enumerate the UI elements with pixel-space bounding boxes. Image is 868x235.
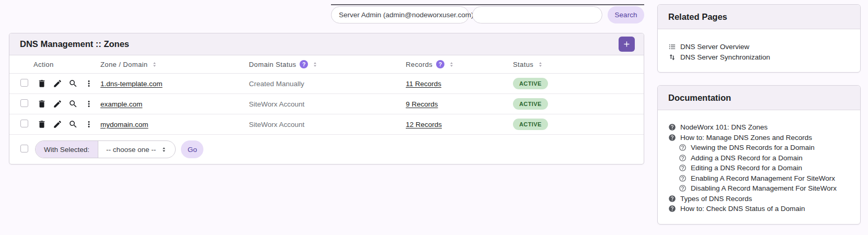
delete-button[interactable] [37, 99, 47, 109]
trash-icon [37, 79, 47, 88]
row-checkbox[interactable] [20, 120, 28, 127]
edit-button[interactable] [53, 99, 62, 109]
top-cropped-navbar-edge [331, 4, 644, 5]
pencil-icon [53, 79, 62, 88]
doc-link[interactable]: Editing a DNS Record for a Domain [679, 163, 850, 173]
more-actions-button[interactable] [84, 120, 94, 129]
column-header-domain-status: Domain Status ? [249, 60, 406, 68]
edit-button[interactable] [53, 79, 62, 88]
help-icon[interactable]: ? [436, 60, 444, 68]
related-link-dns-server-overview[interactable]: DNS Server Overview [668, 42, 850, 52]
kebab-menu-icon [84, 99, 94, 109]
list-icon [668, 43, 676, 51]
go-button[interactable]: Go [181, 140, 203, 158]
doc-link[interactable]: NodeWorx 101: DNS Zones [668, 122, 850, 133]
view-records-button[interactable] [68, 79, 78, 88]
sort-icon[interactable] [537, 61, 544, 68]
search-icon [68, 120, 78, 129]
doc-link[interactable]: Types of DNS Records [668, 194, 850, 204]
plus-icon [622, 40, 631, 49]
help-outline-icon [679, 174, 687, 182]
view-records-button[interactable] [68, 120, 78, 129]
table-header-row: Action Zone / Domain Domain Status ? Rec… [9, 55, 644, 74]
row-checkbox[interactable] [20, 79, 28, 87]
sort-icon[interactable] [312, 61, 318, 68]
account-select-value: Server Admin (admin@nodeworxuser.com) [339, 11, 474, 19]
help-filled-icon [668, 123, 676, 131]
doc-link[interactable]: Enabling A Record Management For SiteWor… [679, 173, 850, 184]
records-link[interactable]: 11 Records [406, 80, 441, 88]
bulk-action-select-value: -- choose one -- [106, 146, 156, 154]
more-actions-button[interactable] [84, 99, 94, 109]
page-title: DNS Management :: Zones [20, 39, 129, 49]
domain-status-cell: SiteWorx Account [249, 121, 406, 128]
bulk-action-control: With Selected: -- choose one -- [35, 140, 176, 158]
related-pages-header: Related Pages [658, 5, 860, 29]
zone-link[interactable]: 1.dns-template.com [100, 80, 163, 88]
help-outline-icon [679, 164, 687, 172]
table-footer-row: With Selected: -- choose one -- Go [9, 135, 644, 164]
card-header: DNS Management :: Zones [9, 33, 644, 55]
column-header-records: Records ? [406, 60, 513, 68]
domain-status-cell: SiteWorx Account [249, 100, 406, 108]
with-selected-label: With Selected: [36, 141, 98, 158]
search-icon [68, 99, 78, 109]
search-icon [68, 79, 78, 88]
help-filled-icon [668, 205, 676, 213]
help-outline-icon [679, 154, 687, 162]
zone-link[interactable]: mydomain.com [100, 121, 149, 128]
search-button[interactable]: Search [608, 6, 644, 24]
bulk-action-select[interactable]: -- choose one -- [98, 141, 175, 158]
search-input[interactable] [472, 6, 602, 24]
help-outline-icon [679, 144, 687, 151]
doc-link[interactable]: Disabling A Record Management For SiteWo… [679, 183, 850, 194]
column-header-status: Status [513, 61, 644, 68]
related-pages-panel: Related Pages DNS Server Overview DNS Se… [657, 4, 861, 73]
records-link[interactable]: 9 Records [406, 100, 438, 108]
chevron-updown-icon [161, 146, 167, 153]
help-icon[interactable]: ? [300, 60, 308, 68]
sort-icon[interactable] [151, 61, 158, 68]
documentation-panel: Documentation NodeWorx 101: DNS Zones Ho… [657, 85, 861, 225]
table-row: mydomain.com SiteWorx Account 12 Records… [9, 114, 644, 135]
kebab-menu-icon [84, 79, 94, 88]
doc-link[interactable]: How to: Check DNS Status of a Domain [668, 204, 850, 214]
row-checkbox[interactable] [20, 99, 28, 107]
table-row: 1.dns-template.com Created Manually 11 R… [9, 74, 644, 94]
records-link[interactable]: 12 Records [406, 121, 442, 128]
help-outline-icon [679, 184, 687, 192]
status-badge: ACTIVE [513, 98, 548, 110]
zone-link[interactable]: example.com [100, 100, 142, 108]
documentation-title: Documentation [668, 93, 731, 103]
delete-button[interactable] [37, 120, 47, 129]
kebab-menu-icon [84, 120, 94, 129]
column-header-zone: Zone / Domain [98, 61, 249, 68]
related-pages-title: Related Pages [668, 12, 727, 22]
more-actions-button[interactable] [84, 79, 94, 88]
pencil-icon [53, 120, 62, 129]
help-filled-icon [668, 134, 676, 142]
status-badge: ACTIVE [513, 78, 548, 89]
table-row: example.com SiteWorx Account 9 Records A… [9, 94, 644, 114]
doc-link[interactable]: Viewing the DNS Records for a Domain [679, 143, 850, 153]
column-header-action: Action [33, 61, 98, 68]
trash-icon [37, 99, 47, 109]
select-all-checkbox[interactable] [20, 145, 28, 152]
sort-icon[interactable] [448, 61, 455, 68]
documentation-header: Documentation [658, 86, 860, 110]
related-link-dns-server-synchronization[interactable]: DNS Server Synchronization [668, 52, 850, 63]
view-records-button[interactable] [68, 99, 78, 109]
add-zone-button[interactable] [619, 37, 635, 52]
account-select[interactable]: Server Admin (admin@nodeworxuser.com) [331, 6, 469, 24]
dns-zones-card: DNS Management :: Zones Action Zone / Do… [9, 33, 644, 164]
delete-button[interactable] [37, 79, 47, 88]
trash-icon [37, 120, 47, 129]
pencil-icon [53, 99, 62, 109]
status-badge: ACTIVE [513, 119, 548, 130]
doc-link[interactable]: How to: Manage DNS Zones and Records [668, 133, 850, 143]
sync-arrows-icon [668, 53, 676, 61]
edit-button[interactable] [53, 120, 62, 129]
help-filled-icon [668, 195, 676, 203]
domain-status-cell: Created Manually [249, 80, 406, 88]
doc-link[interactable]: Adding a DNS Record for a Domain [679, 153, 850, 163]
